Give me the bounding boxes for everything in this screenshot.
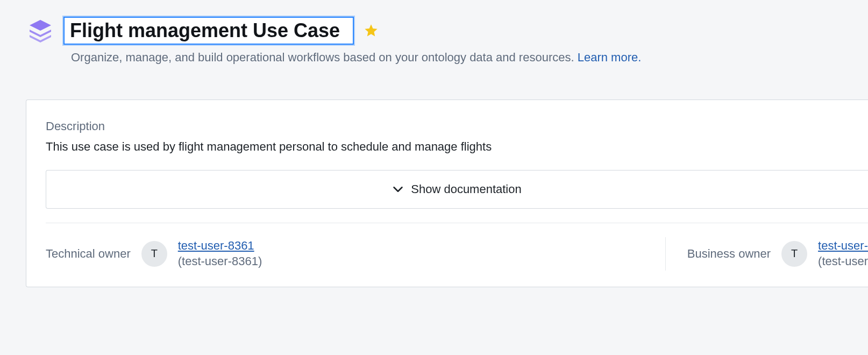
show-documentation-label: Show documentation xyxy=(411,182,521,196)
use-case-icon xyxy=(26,16,55,45)
vertical-separator xyxy=(665,237,666,271)
favorite-button[interactable] xyxy=(362,22,380,39)
business-owner-block: Business owner T test-user- (test-user xyxy=(687,238,868,269)
chevron-down-icon xyxy=(393,184,403,195)
details-card: Description This use case is used by fli… xyxy=(26,100,868,287)
technical-owner-handle: (test-user-8361) xyxy=(178,254,262,269)
star-icon xyxy=(364,23,379,38)
business-owner-label: Business owner xyxy=(687,247,771,261)
description-label: Description xyxy=(46,119,868,133)
business-owner-avatar[interactable]: T xyxy=(781,241,807,267)
technical-owner-label: Technical owner xyxy=(46,247,131,261)
title-input[interactable] xyxy=(63,17,354,44)
subtitle-text: Organize, manage, and build operational … xyxy=(71,51,578,64)
technical-owner-avatar[interactable]: T xyxy=(141,241,167,267)
show-documentation-toggle[interactable]: Show documentation xyxy=(46,170,868,209)
description-text: This use case is used by flight manageme… xyxy=(46,140,868,154)
technical-owner-name[interactable]: test-user-8361 xyxy=(178,238,262,254)
learn-more-link[interactable]: Learn more. xyxy=(578,51,642,64)
business-owner-name[interactable]: test-user- xyxy=(818,238,868,254)
technical-owner-block: Technical owner T test-user-8361 (test-u… xyxy=(46,238,262,269)
business-owner-handle: (test-user xyxy=(818,254,868,269)
